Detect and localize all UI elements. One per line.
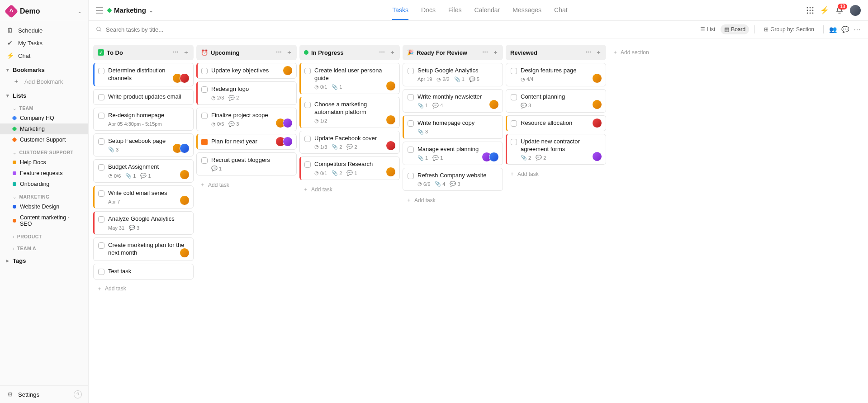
apps-grid-icon[interactable] xyxy=(806,7,814,14)
assignee-avatars[interactable] xyxy=(595,118,602,128)
task-checkbox[interactable] xyxy=(98,138,104,145)
add-task-button[interactable]: ＋Add task xyxy=(506,167,606,180)
sidebar-group-marketing[interactable]: ⌄MARKETING xyxy=(0,190,88,201)
task-checkbox[interactable] xyxy=(98,242,104,249)
task-card[interactable]: Content planning💬3 xyxy=(506,89,606,113)
task-card[interactable]: Write homepage copy📎3 xyxy=(403,115,503,139)
activity-icon[interactable]: ⚡ xyxy=(820,6,829,14)
comment-panel-icon[interactable]: 💬 xyxy=(841,26,849,33)
task-card[interactable]: Redesign logo◔2/3💬2 xyxy=(196,81,297,105)
section-lists[interactable]: ▾ Lists xyxy=(0,88,88,101)
tab-chat[interactable]: Chat xyxy=(554,1,568,20)
sidebar-item-company-hq[interactable]: Company HQ xyxy=(0,113,88,123)
chevron-down-icon[interactable]: ⌄ xyxy=(77,8,82,14)
hamburger-icon[interactable] xyxy=(96,7,103,14)
task-card[interactable]: Create marketing plan for the next month xyxy=(93,237,194,261)
task-checkbox[interactable] xyxy=(408,147,414,153)
task-card[interactable]: Write monthly newsletter📎1💬4 xyxy=(403,89,503,113)
column-more-icon[interactable]: ⋯ xyxy=(379,48,385,57)
task-card[interactable]: Recruit guest bloggers💬1 xyxy=(196,152,297,176)
assignee-avatars[interactable] xyxy=(175,143,190,153)
task-card[interactable]: Choose a marketing automation platform◔1… xyxy=(299,97,400,128)
task-checkbox[interactable] xyxy=(408,173,414,179)
task-checkbox[interactable] xyxy=(511,120,517,127)
sidebar-group-team[interactable]: ⌄TEAM xyxy=(0,101,88,113)
assignee-avatars[interactable] xyxy=(595,152,602,161)
assignee-avatars[interactable] xyxy=(175,73,190,83)
user-avatar[interactable] xyxy=(850,5,861,16)
column-add-icon[interactable]: ＋ xyxy=(596,48,602,57)
task-checkbox[interactable] xyxy=(408,68,414,74)
task-checkbox[interactable] xyxy=(304,68,311,74)
column-header[interactable]: ⏰Upcoming⋯＋ xyxy=(196,45,297,60)
task-card[interactable]: Create ideal user persona guide◔0/1📎1 xyxy=(299,63,400,94)
sidebar-item-marketing[interactable]: Marketing xyxy=(0,123,88,134)
assignee-avatars[interactable] xyxy=(389,115,396,125)
add-task-button[interactable]: ＋Add task xyxy=(196,178,297,191)
assignee-avatars[interactable] xyxy=(492,100,499,109)
task-card[interactable]: Analyze Google AnalyticsMay 31💬3 xyxy=(93,211,194,235)
task-checkbox[interactable] xyxy=(304,102,311,108)
nav-schedule[interactable]: 🗓 Schedule xyxy=(0,24,88,37)
add-task-button[interactable]: ＋Add task xyxy=(403,194,503,207)
sidebar-group-product[interactable]: ›PRODUCT xyxy=(0,229,88,241)
search-input[interactable] xyxy=(106,26,692,33)
task-card[interactable]: Update new contractor agreement forms📎2💬… xyxy=(506,134,606,165)
task-card[interactable]: Finalize project scope◔0/5💬3 xyxy=(196,108,297,131)
task-checkbox[interactable] xyxy=(304,136,311,142)
task-checkbox[interactable] xyxy=(511,139,517,145)
assignee-avatars[interactable] xyxy=(595,73,602,83)
sidebar-group-customer-support[interactable]: ⌄CUSTOMER SUPPORT xyxy=(0,145,88,157)
task-card[interactable]: Setup Facebook page📎3 xyxy=(93,133,194,157)
sidebar-item-website-design[interactable]: Website Design xyxy=(0,201,88,212)
column-more-icon[interactable]: ⋯ xyxy=(276,48,282,57)
task-checkbox[interactable] xyxy=(511,68,517,74)
task-checkbox[interactable] xyxy=(201,157,208,164)
assignee-avatars[interactable] xyxy=(389,167,396,177)
assignee-avatars[interactable] xyxy=(389,81,396,91)
task-checkbox[interactable] xyxy=(304,161,311,168)
column-more-icon[interactable]: ⋯ xyxy=(173,48,179,57)
task-checkbox[interactable] xyxy=(98,68,104,74)
assignee-avatars[interactable] xyxy=(285,66,293,76)
nav-chat[interactable]: ⚡ Chat xyxy=(0,49,88,62)
task-card[interactable]: Resource allocation xyxy=(506,115,606,131)
task-checkbox[interactable] xyxy=(201,68,208,74)
column-add-icon[interactable]: ＋ xyxy=(183,48,189,57)
sidebar-item-content-marketing---seo[interactable]: Content marketing - SEO xyxy=(0,212,88,229)
add-task-button[interactable]: ＋Add task xyxy=(93,282,194,295)
task-checkbox[interactable] xyxy=(408,120,414,127)
members-icon[interactable]: 👥 xyxy=(829,26,837,33)
gear-icon[interactable]: ⚙ xyxy=(6,391,14,398)
column-add-icon[interactable]: ＋ xyxy=(389,48,395,57)
column-header[interactable]: In Progress⋯＋ xyxy=(299,45,400,60)
tab-tasks[interactable]: Tasks xyxy=(392,1,408,20)
task-card[interactable]: Write product updates email xyxy=(93,89,194,105)
column-header[interactable]: ✓To Do⋯＋ xyxy=(93,45,194,60)
task-checkbox[interactable] xyxy=(201,113,208,119)
sidebar-item-onboarding[interactable]: Onboarding xyxy=(0,179,88,190)
sidebar-item-help-docs[interactable]: Help Docs xyxy=(0,157,88,168)
task-checkbox[interactable] xyxy=(98,269,104,275)
column-more-icon[interactable]: ⋯ xyxy=(585,48,591,57)
task-card[interactable]: Determine distribution channels xyxy=(93,63,194,86)
bell-icon[interactable]: 13 xyxy=(835,6,844,14)
tab-files[interactable]: Files xyxy=(448,1,462,20)
task-card[interactable]: Test task xyxy=(93,264,194,280)
sidebar-item-feature-requests[interactable]: Feature requests xyxy=(0,168,88,179)
help-icon[interactable]: ? xyxy=(74,390,82,398)
assignee-avatars[interactable] xyxy=(182,170,190,180)
add-task-button[interactable]: ＋Add task xyxy=(299,183,400,196)
task-card[interactable]: Re-design homepageApr 05 4:30pm - 5:15pm xyxy=(93,108,194,131)
task-checkbox[interactable] xyxy=(511,94,517,100)
section-tags[interactable]: ▸ Tags xyxy=(0,253,88,266)
task-checkbox[interactable] xyxy=(98,216,104,223)
task-card[interactable]: Setup Google AnalyticsApr 19◔2/2📎1💬5 xyxy=(403,63,503,86)
task-checkbox[interactable] xyxy=(98,113,104,119)
task-card[interactable]: Write cold email seriesApr 7 xyxy=(93,185,194,209)
column-add-icon[interactable]: ＋ xyxy=(286,48,292,57)
view-board-button[interactable]: ▦ Board xyxy=(721,24,749,34)
task-card[interactable]: Competitors Research◔0/1📎2💬1 xyxy=(299,156,400,180)
task-checkbox[interactable] xyxy=(98,94,104,100)
assignee-avatars[interactable] xyxy=(182,248,190,258)
